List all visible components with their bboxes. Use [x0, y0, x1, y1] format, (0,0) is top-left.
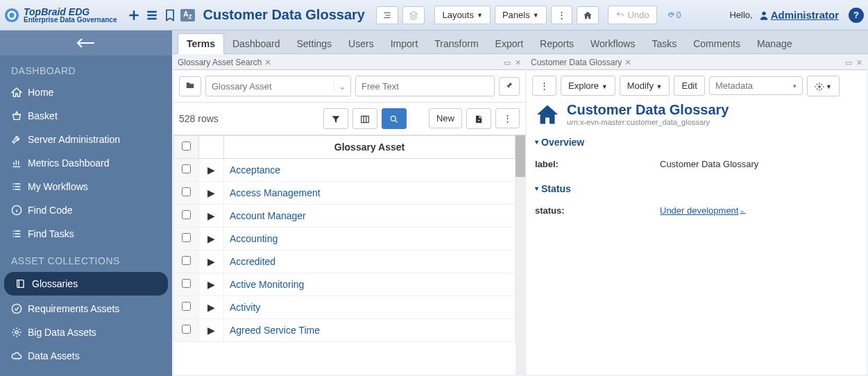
overview-section-header[interactable]: ▾Overview [527, 130, 867, 152]
tab-workflows[interactable]: Workflows [582, 34, 643, 53]
basket-icon [11, 110, 22, 121]
sidebar-section-assets: ASSET COLLECTIONS [0, 246, 172, 271]
sidebar-item-find-code[interactable]: Find Code [0, 198, 172, 222]
grid-menu-button[interactable]: ⋮ [495, 108, 520, 128]
expand-row[interactable]: ▶ [199, 158, 224, 181]
row-checkbox[interactable] [182, 164, 191, 173]
sidebar-item-my-workflows[interactable]: My Workflows [0, 175, 172, 198]
detail-menu-button[interactable]: ⋮ [532, 76, 556, 96]
asset-type-combo[interactable]: ⌄ [205, 76, 351, 96]
admin-link[interactable]: Administrator [758, 9, 839, 21]
status-value[interactable]: Under development ⌄ [660, 205, 745, 216]
columns-button[interactable] [352, 108, 377, 129]
export-button[interactable] [466, 108, 491, 129]
search-button[interactable] [382, 108, 407, 129]
kebab-button[interactable]: ⋮ [551, 6, 572, 24]
new-button[interactable]: New [429, 108, 462, 128]
sidebar-item-big-data-assets[interactable]: Big Data Assets [0, 321, 172, 344]
expand-row[interactable]: ▶ [199, 296, 224, 318]
bookmark-icon[interactable] [162, 7, 178, 24]
sidebar-item-basket[interactable]: Basket [0, 104, 172, 128]
sidebar-back[interactable] [0, 31, 172, 55]
tab-users[interactable]: Users [340, 34, 382, 53]
chevron-down-icon[interactable]: ⌄ [334, 81, 350, 92]
expand-row[interactable]: ▶ [199, 250, 224, 273]
row-checkbox[interactable] [182, 325, 191, 334]
asset-link[interactable]: Accredited [230, 256, 275, 267]
grid-scrollbar[interactable] [516, 135, 525, 375]
edit-button[interactable]: Edit [674, 76, 704, 96]
sidebar-item-label: Home [28, 87, 53, 98]
close-panel-icon[interactable]: ✕ [515, 58, 521, 67]
arrow-left-icon [76, 37, 96, 49]
modify-button[interactable]: Modify ▼ [620, 76, 670, 96]
az-icon[interactable]: AZ [180, 7, 196, 24]
home-button[interactable] [577, 6, 599, 24]
row-checkbox[interactable] [182, 302, 191, 311]
asset-link[interactable]: Access Management [230, 187, 321, 198]
gear-button[interactable]: ▼ [807, 76, 840, 96]
app-header: TopBraid EDG Enterprise Data Governance … [0, 0, 868, 31]
outdent-button[interactable] [376, 6, 398, 24]
asset-link[interactable]: Active Monitoring [230, 279, 304, 290]
layers-button[interactable] [402, 6, 425, 24]
folder-button[interactable] [179, 76, 201, 96]
tab-terms[interactable]: Terms [178, 33, 224, 54]
tab-reports[interactable]: Reports [531, 34, 582, 53]
asset-link[interactable]: Agreed Service Time [230, 325, 320, 336]
row-checkbox[interactable] [182, 256, 191, 265]
expand-row[interactable]: ▶ [199, 181, 224, 204]
tab-manage[interactable]: Manage [749, 34, 801, 53]
menu-icon[interactable] [144, 7, 160, 24]
tab-settings[interactable]: Settings [288, 34, 340, 53]
add-icon[interactable] [126, 7, 142, 24]
filter-icon [331, 114, 341, 124]
layouts-button[interactable]: Layouts ▼ [434, 6, 490, 24]
row-checkbox[interactable] [182, 279, 191, 288]
tab-comments[interactable]: Comments [685, 34, 749, 53]
tab-import[interactable]: Import [382, 34, 427, 53]
close-panel-icon[interactable]: ✕ [856, 58, 862, 67]
metadata-select[interactable]: Metadata▾ [709, 76, 803, 95]
pin-button[interactable] [499, 77, 520, 96]
sidebar-item-glossaries[interactable]: Glossaries [4, 272, 168, 296]
status-section-header[interactable]: ▾Status [527, 176, 867, 198]
home-icon [11, 87, 22, 98]
maximize-icon[interactable]: ▭ [845, 58, 852, 67]
row-checkbox[interactable] [182, 233, 191, 242]
sidebar-item-label: Data Assets [28, 350, 80, 361]
panels-button[interactable]: Panels ▼ [495, 6, 547, 24]
select-all-checkbox[interactable] [182, 142, 191, 151]
row-checkbox[interactable] [182, 210, 191, 219]
column-header[interactable]: Glossary Asset [224, 135, 516, 158]
sidebar-item-server-administration[interactable]: Server Administration [0, 128, 172, 151]
asset-link[interactable]: Acceptance [230, 164, 280, 176]
free-text-input[interactable] [355, 76, 495, 96]
sidebar-item-find-tasks[interactable]: Find Tasks [0, 222, 172, 246]
sidebar-item-data-assets[interactable]: Data Assets [0, 344, 172, 368]
asset-type-input[interactable] [206, 81, 334, 92]
expand-row[interactable]: ▶ [199, 227, 224, 250]
refresh-indicator[interactable]: 0 [667, 10, 681, 20]
sidebar-item-metrics-dashboard[interactable]: Metrics Dashboard [0, 151, 172, 175]
row-checkbox[interactable] [182, 187, 191, 196]
asset-link[interactable]: Account Manager [230, 210, 306, 221]
sidebar-item-requirements-assets[interactable]: Requirements Assets [0, 297, 172, 321]
close-icon[interactable]: ✕ [624, 58, 631, 67]
help-icon[interactable]: ? [849, 8, 864, 23]
tab-dashboard[interactable]: Dashboard [224, 34, 289, 53]
tab-tasks[interactable]: Tasks [643, 34, 685, 53]
expand-row[interactable]: ▶ [199, 318, 224, 341]
maximize-icon[interactable]: ▭ [504, 58, 511, 67]
expand-row[interactable]: ▶ [199, 204, 224, 227]
explore-button[interactable]: Explore ▼ [561, 76, 615, 96]
expand-row[interactable]: ▶ [199, 273, 224, 296]
asset-link[interactable]: Accounting [230, 233, 278, 244]
sidebar-item-home[interactable]: Home [0, 80, 172, 104]
close-icon[interactable]: ✕ [264, 58, 271, 67]
undo-button[interactable]: Undo [608, 6, 657, 24]
asset-link[interactable]: Activity [230, 302, 260, 313]
tab-export[interactable]: Export [487, 34, 531, 53]
tab-transform[interactable]: Transform [426, 34, 486, 53]
filter-button[interactable] [323, 108, 348, 129]
